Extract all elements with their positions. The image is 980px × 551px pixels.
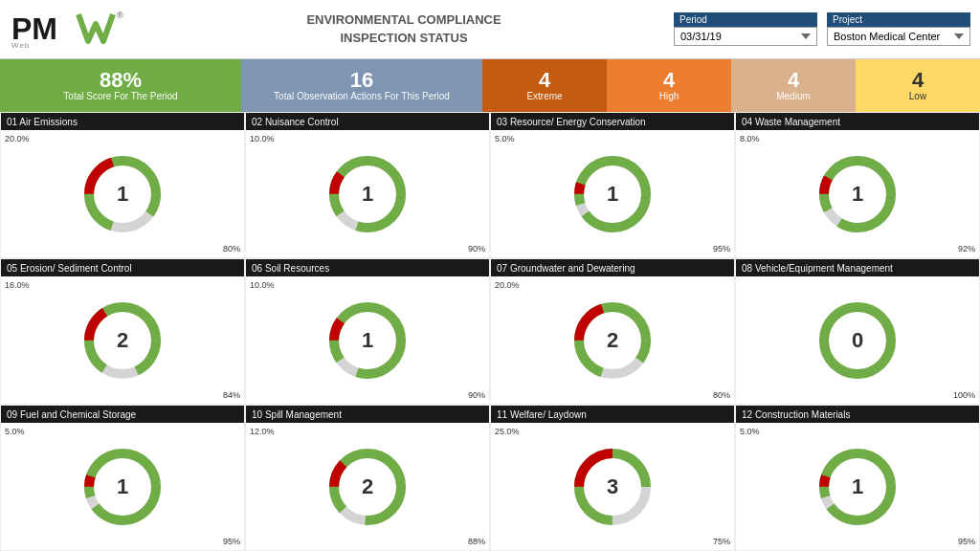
chart-header-05: 05 Erosion/ Sediment Control bbox=[1, 259, 244, 276]
donut-03: 1 bbox=[569, 151, 656, 237]
donut-number-02: 1 bbox=[362, 182, 373, 207]
project-label: Project bbox=[827, 12, 970, 27]
chart-cell-08: 08 Vehicle/Equipment Management 0100% bbox=[735, 258, 980, 405]
observations-card: 16 Total Observation Actions For This Pe… bbox=[241, 59, 482, 112]
donut-10: 2 bbox=[324, 444, 411, 530]
donut-02: 1 bbox=[324, 151, 411, 237]
project-select[interactable]: Boston Medical Center bbox=[827, 27, 970, 46]
chart-label-br-02: 90% bbox=[468, 244, 485, 253]
medium-label: Medium bbox=[776, 91, 811, 102]
svg-text:®: ® bbox=[117, 11, 123, 20]
chart-header-03: 03 Resource/ Energy Conservation bbox=[491, 113, 734, 130]
donut-number-05: 2 bbox=[117, 328, 128, 353]
chart-area-08: 0100% bbox=[736, 276, 979, 404]
chart-cell-01: 01 Air Emissions20.0% 180% bbox=[0, 112, 245, 258]
chart-area-03: 5.0% 195% bbox=[491, 130, 734, 257]
chart-label-br-06: 90% bbox=[468, 390, 485, 400]
score-card: 88% Total Score For The Period bbox=[0, 59, 241, 112]
chart-label-tl-04: 8.0% bbox=[740, 134, 760, 143]
donut-number-12: 1 bbox=[852, 474, 863, 499]
chart-area-05: 16.0% 284% bbox=[1, 276, 244, 404]
donut-09: 1 bbox=[79, 444, 166, 530]
chart-cell-09: 09 Fuel and Chemical Storage5.0% 195% bbox=[0, 405, 245, 551]
chart-cell-02: 02 Nuisance Control10.0% 190% bbox=[245, 112, 490, 258]
donut-number-10: 2 bbox=[362, 474, 373, 499]
chart-area-07: 20.0% 280% bbox=[491, 276, 734, 404]
score-label: Total Score For The Period bbox=[63, 91, 177, 102]
score-value: 88% bbox=[100, 70, 142, 91]
chart-area-04: 8.0% 192% bbox=[736, 130, 979, 257]
donut-number-04: 1 bbox=[852, 182, 863, 207]
top-bar: PM ® Web ENVIRONMENTAL COMPLIANCE INSPEC… bbox=[0, 0, 980, 59]
high-card: 4 High bbox=[607, 59, 731, 112]
chart-label-tl-01: 20.0% bbox=[5, 134, 30, 143]
chart-row-2: 09 Fuel and Chemical Storage5.0% 195%10 … bbox=[0, 405, 980, 551]
period-select[interactable]: 03/31/19 bbox=[674, 27, 817, 46]
chart-label-br-04: 92% bbox=[958, 244, 975, 253]
chart-row-1: 05 Erosion/ Sediment Control16.0% 284%06… bbox=[0, 258, 980, 405]
chart-label-br-09: 95% bbox=[223, 537, 240, 546]
extreme-card: 4 Extreme bbox=[482, 59, 607, 112]
chart-cell-05: 05 Erosion/ Sediment Control16.0% 284% bbox=[0, 258, 245, 405]
chart-label-tl-03: 5.0% bbox=[495, 134, 515, 143]
donut-08: 0 bbox=[814, 298, 901, 384]
chart-header-07: 07 Groundwater and Dewatering bbox=[491, 259, 734, 276]
donut-12: 1 bbox=[814, 444, 901, 530]
donut-01: 1 bbox=[79, 151, 166, 237]
summary-row: 88% Total Score For The Period 16 Total … bbox=[0, 59, 980, 112]
chart-header-08: 08 Vehicle/Equipment Management bbox=[736, 259, 979, 276]
low-card: 4 Low bbox=[856, 59, 980, 112]
donut-04: 1 bbox=[814, 151, 901, 237]
chart-area-09: 5.0% 195% bbox=[1, 423, 244, 550]
chart-header-11: 11 Welfare/ Laydown bbox=[491, 406, 734, 423]
chart-label-tl-10: 12.0% bbox=[250, 427, 275, 436]
chart-cell-12: 12 Construction Materials5.0% 195% bbox=[735, 405, 980, 551]
chart-label-tl-05: 16.0% bbox=[5, 280, 30, 290]
chart-cell-06: 06 Soil Resources10.0% 190% bbox=[245, 258, 490, 405]
chart-label-br-07: 80% bbox=[713, 390, 730, 400]
observations-label: Total Observation Actions For This Perio… bbox=[274, 91, 450, 102]
chart-header-06: 06 Soil Resources bbox=[246, 259, 489, 276]
chart-label-tl-06: 10.0% bbox=[250, 280, 275, 290]
chart-label-tl-07: 20.0% bbox=[495, 280, 520, 290]
chart-cell-04: 04 Waste Management8.0% 192% bbox=[735, 112, 980, 258]
donut-number-11: 3 bbox=[607, 474, 618, 499]
medium-card: 4 Medium bbox=[731, 59, 856, 112]
period-label: Period bbox=[674, 12, 817, 27]
chart-cell-11: 11 Welfare/ Laydown25.0% 375% bbox=[490, 405, 735, 551]
chart-label-br-01: 80% bbox=[223, 244, 240, 253]
chart-label-br-12: 95% bbox=[958, 537, 975, 546]
chart-header-02: 02 Nuisance Control bbox=[246, 113, 489, 130]
donut-number-07: 2 bbox=[607, 328, 618, 353]
chart-area-01: 20.0% 180% bbox=[1, 130, 244, 257]
page-title: ENVIRONMENTAL COMPLIANCE INSPECTION STAT… bbox=[134, 11, 674, 46]
chart-label-br-10: 88% bbox=[468, 537, 485, 546]
donut-number-01: 1 bbox=[117, 182, 128, 207]
chart-header-01: 01 Air Emissions bbox=[1, 113, 244, 130]
filter-controls: Period 03/31/19 Project Boston Medical C… bbox=[674, 12, 970, 46]
project-dropdown-group: Project Boston Medical Center bbox=[827, 12, 970, 46]
chart-row-0: 01 Air Emissions20.0% 180%02 Nuisance Co… bbox=[0, 112, 980, 258]
donut-05: 2 bbox=[79, 298, 166, 384]
donut-number-08: 0 bbox=[852, 328, 863, 353]
donut-06: 1 bbox=[324, 298, 411, 384]
main-content: 88% Total Score For The Period 16 Total … bbox=[0, 59, 980, 551]
low-label: Low bbox=[909, 91, 926, 102]
chart-label-tl-11: 25.0% bbox=[495, 427, 520, 436]
chart-label-tl-02: 10.0% bbox=[250, 134, 275, 143]
observations-value: 16 bbox=[350, 70, 373, 91]
logo: PM ® Web bbox=[10, 7, 134, 53]
chart-cell-10: 10 Spill Management12.0% 288% bbox=[245, 405, 490, 551]
chart-area-12: 5.0% 195% bbox=[736, 423, 979, 550]
chart-header-12: 12 Construction Materials bbox=[736, 406, 979, 423]
donut-number-09: 1 bbox=[117, 474, 128, 499]
period-dropdown-group: Period 03/31/19 bbox=[674, 12, 817, 46]
chart-label-tl-12: 5.0% bbox=[740, 427, 760, 436]
extreme-label: Extreme bbox=[526, 91, 562, 102]
medium-value: 4 bbox=[788, 70, 799, 91]
chart-label-br-03: 95% bbox=[713, 244, 730, 253]
donut-07: 2 bbox=[569, 298, 656, 384]
chart-label-br-11: 75% bbox=[713, 537, 730, 546]
chart-label-tl-09: 5.0% bbox=[5, 427, 25, 436]
chart-area-02: 10.0% 190% bbox=[246, 130, 489, 257]
